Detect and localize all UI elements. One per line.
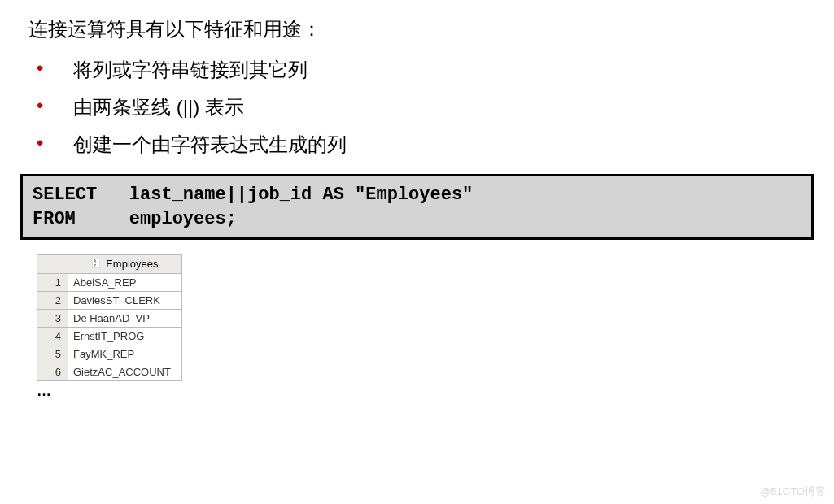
list-item-text: 将列或字符串链接到其它列 [65,59,308,80]
cell-value: De HaanAD_VP [68,310,182,328]
svg-text:Z: Z [94,263,96,268]
list-item: 将列或字符串链接到其它列 [65,57,814,83]
table-row: 5 FayMK_REP [37,345,182,363]
cell-value: AbelSA_REP [68,274,182,292]
text-column-icon: A Z [92,259,100,271]
heading-text: 连接运算符具有以下特征和用途： [28,16,814,42]
table-header-row: A Z Employees [37,255,182,274]
row-number: 5 [37,345,68,363]
column-header-text: Employees [106,258,158,270]
row-number: 6 [37,363,68,381]
table-row: 2 DaviesST_CLERK [37,292,182,310]
table-row: 3 De HaanAD_VP [37,310,182,328]
list-item: 由两条竖线 (||) 表示 [65,94,814,120]
feature-list: 将列或字符串链接到其它列 由两条竖线 (||) 表示 创建一个由字符表达式生成的… [65,57,814,158]
sql-code-block: SELECT last_name||job_id AS "Employees" … [20,174,814,240]
cell-value: FayMK_REP [68,345,182,363]
table-row: 4 ErnstIT_PROG [37,328,182,345]
list-item-text: 由两条竖线 (||) 表示 [65,96,244,118]
cell-value: ErnstIT_PROG [68,328,182,345]
truncation-indicator: … [37,383,814,400]
row-number: 1 [37,274,68,292]
rownum-header [37,255,68,274]
list-item: 创建一个由字符表达式生成的列 [65,132,814,158]
table-row: 6 GietzAC_ACCOUNT [37,363,182,381]
column-header: A Z Employees [68,255,182,274]
cell-value: GietzAC_ACCOUNT [68,363,182,381]
result-table: A Z Employees 1 AbelSA_REP 2 DaviesST_CL… [37,254,182,381]
watermark-text: @51CTO博客 [760,484,826,499]
list-item-text: 创建一个由字符表达式生成的列 [65,133,347,155]
table-row: 1 AbelSA_REP [37,274,182,292]
cell-value: DaviesST_CLERK [68,292,182,310]
row-number: 2 [37,292,68,310]
row-number: 3 [37,310,68,328]
row-number: 4 [37,328,68,345]
